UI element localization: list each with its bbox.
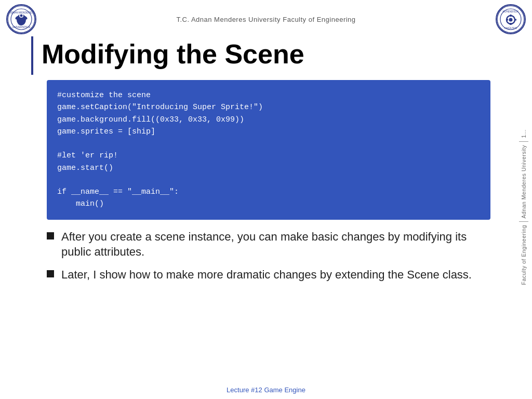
svg-rect-18 <box>514 19 516 21</box>
svg-rect-15 <box>510 15 512 17</box>
svg-point-14 <box>509 18 513 22</box>
bullet-icon-2 <box>47 270 54 277</box>
bullet-icon-1 <box>47 232 54 240</box>
sidebar-line1: 1... <box>521 129 527 138</box>
svg-text:MÜHENDİSLİK: MÜHENDİSLİK <box>503 10 519 13</box>
code-container: #customize the scene game.setCaption("In… <box>47 80 490 220</box>
svg-rect-17 <box>506 19 508 21</box>
svg-text:FAKÜLTESİ: FAKÜLTESİ <box>504 26 517 30</box>
logo-left: ADNAN MENDERES ÜNİVERSİTESİ <box>6 4 36 34</box>
svg-text:ÜNİVERSİTESİ: ÜNİVERSİTESİ <box>12 25 31 29</box>
logo-right: MÜHENDİSLİK FAKÜLTESİ <box>496 4 526 34</box>
bullet-text-2: Later, I show how to make more dramatic … <box>61 267 490 283</box>
svg-point-8 <box>20 15 23 17</box>
code-block: #customize the scene game.setCaption("In… <box>57 89 475 210</box>
title-container: Modifying the Scene <box>0 36 532 80</box>
bullets-section: After you create a scene instance, you c… <box>0 220 532 283</box>
slide-header: ADNAN MENDERES ÜNİVERSİTESİ T.C. Adnan M… <box>0 0 532 36</box>
header-university-text: T.C. Adnan Menderes University Faculty o… <box>36 16 496 23</box>
bullet-item-1: After you create a scene instance, you c… <box>47 229 490 260</box>
bullet-text-1: After you create a scene instance, you c… <box>61 229 490 260</box>
sidebar-line2: Adnan Menderes University <box>521 145 527 218</box>
svg-rect-16 <box>510 23 512 25</box>
footer-label: Lecture #12 Game Engine <box>227 386 305 394</box>
bullet-item-2: Later, I show how to make more dramatic … <box>47 267 490 283</box>
right-sidebar: 1... Adnan Menderes University Faculty o… <box>515 31 532 383</box>
slide-footer: Lecture #12 Game Engine <box>0 386 532 394</box>
sidebar-line3: Faculty of Engineering <box>521 225 527 285</box>
slide-title: Modifying the Scene <box>31 36 313 75</box>
